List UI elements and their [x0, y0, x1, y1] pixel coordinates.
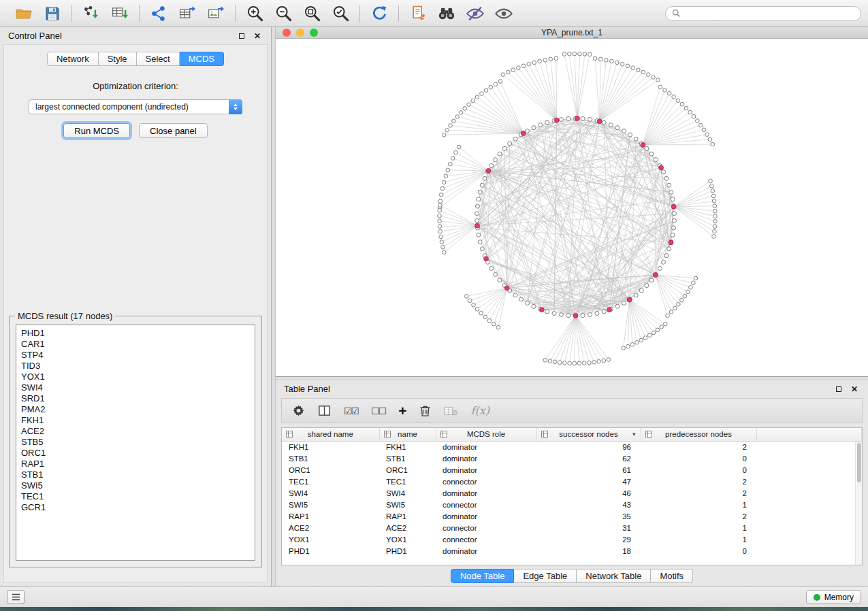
import-network-button[interactable]	[80, 3, 103, 24]
automation-panel-button[interactable]	[7, 590, 25, 604]
list-item[interactable]: STP4	[21, 350, 255, 361]
table-cell: dominator	[436, 488, 536, 499]
delete-table-button	[444, 406, 457, 416]
table-row[interactable]: ORC1ORC1dominator610	[282, 465, 862, 476]
list-item[interactable]: ORC1	[21, 448, 255, 459]
save-session-button[interactable]	[41, 3, 64, 24]
table-row[interactable]: STB1STB1dominator620	[282, 453, 862, 465]
table-cell: 29	[536, 534, 641, 546]
table-cell: 43	[536, 499, 641, 511]
select-all-columns-button[interactable]: ☑☑	[344, 406, 358, 416]
tab-motifs[interactable]: Motifs	[651, 569, 693, 583]
tab-node-table[interactable]: Node Table	[451, 569, 515, 583]
column-type-icon	[645, 431, 652, 437]
chevron-down-icon[interactable]: ▾	[632, 431, 636, 437]
zoom-out-button[interactable]	[272, 3, 295, 24]
tab-mcds[interactable]: MCDS	[180, 52, 224, 66]
column-header-successor-nodes[interactable]: successor nodes▾	[536, 428, 641, 441]
share-document-button[interactable]	[406, 3, 430, 24]
close-window-icon[interactable]	[283, 29, 291, 37]
control-panel-tabs: Network Style Select MCDS	[47, 52, 224, 66]
tab-network-table[interactable]: Network Table	[577, 569, 651, 583]
list-item[interactable]: TID3	[21, 361, 255, 371]
close-panel-icon[interactable]: ✕	[849, 384, 860, 394]
import-table-button[interactable]	[108, 3, 131, 24]
share-network-icon	[150, 5, 167, 22]
tab-network[interactable]: Network	[47, 52, 99, 66]
list-item[interactable]: FKH1	[21, 415, 255, 426]
table-panel: Table Panel ✕ ☑☑ ☐☐ +	[276, 380, 868, 587]
run-mcds-button[interactable]: Run MCDS	[63, 123, 130, 138]
network-titlebar: YPA_prune.txt_1	[276, 27, 868, 39]
table-cell: 0	[641, 453, 756, 465]
close-panel-icon[interactable]: ✕	[252, 31, 263, 41]
float-panel-icon[interactable]	[236, 33, 247, 39]
zoom-in-button[interactable]	[243, 3, 266, 24]
table-row[interactable]: SWI4SWI4dominator462	[282, 488, 862, 499]
export-image-button[interactable]	[204, 3, 227, 24]
unselect-all-columns-button[interactable]: ☐☐	[371, 406, 385, 416]
table-settings-button[interactable]	[292, 404, 305, 417]
close-panel-button[interactable]: Close panel	[139, 123, 208, 138]
list-item[interactable]: STB1	[21, 469, 255, 480]
minimize-window-icon[interactable]	[296, 29, 304, 37]
table-row[interactable]: TEC1TEC1connector472	[282, 476, 862, 488]
node-table[interactable]: shared name name MCDS role successor nod…	[281, 427, 863, 565]
table-scrollbar[interactable]	[855, 442, 862, 565]
list-item[interactable]: SRD1	[21, 393, 255, 404]
table-row[interactable]: FKH1FKH1dominator962	[282, 441, 862, 453]
table-cell: SWI4	[282, 488, 379, 499]
table-cell: connector	[436, 476, 536, 488]
table-row[interactable]: ACE2ACE2connector311	[282, 523, 862, 534]
toolbar-search[interactable]	[665, 6, 861, 21]
list-item[interactable]: SWI4	[21, 382, 255, 393]
table-cell: 46	[536, 488, 641, 499]
search-icon	[672, 9, 681, 18]
list-item[interactable]: GCR1	[21, 502, 255, 513]
scrollbar-thumb[interactable]	[857, 443, 861, 482]
refresh-layout-button[interactable]	[368, 3, 391, 24]
show-details-button[interactable]	[492, 3, 515, 24]
list-item[interactable]: TEC1	[21, 491, 255, 502]
tab-style[interactable]: Style	[99, 52, 137, 66]
table-row[interactable]: SWI5SWI5connector431	[282, 499, 862, 511]
column-header-shared-name[interactable]: shared name	[282, 428, 379, 441]
table-row[interactable]: PHD1PHD1dominator180	[282, 546, 862, 557]
mcds-result-group: MCDS result (17 nodes) PHD1CAR1STP4TID3Y…	[9, 316, 262, 567]
list-item[interactable]: PHD1	[21, 328, 255, 339]
list-item[interactable]: STB5	[21, 437, 255, 448]
zoom-selected-button[interactable]	[329, 3, 352, 24]
tab-edge-table[interactable]: Edge Table	[514, 569, 577, 583]
mcds-result-list[interactable]: PHD1CAR1STP4TID3YOX1SWI4SRD1PMA2FKH1ACE2…	[16, 325, 255, 561]
column-header-mcds-role[interactable]: MCDS role	[436, 428, 536, 441]
search-network-button[interactable]	[435, 3, 458, 24]
table-row[interactable]: YOX1YOX1connector291	[282, 534, 862, 546]
maximize-window-icon[interactable]	[310, 29, 318, 37]
save-icon	[44, 5, 61, 22]
list-item[interactable]: SWI5	[21, 480, 255, 491]
network-view[interactable]	[276, 39, 868, 376]
delete-column-button[interactable]	[419, 404, 431, 417]
list-item[interactable]: PMA2	[21, 404, 255, 415]
column-header-name[interactable]: name	[379, 428, 436, 441]
hide-details-button[interactable]	[464, 3, 487, 24]
table-row[interactable]: RAP1RAP1dominator352	[282, 511, 862, 523]
column-header-predecessor-nodes[interactable]: predecessor nodes	[641, 428, 756, 441]
list-item[interactable]: YOX1	[21, 371, 255, 382]
toolbar-separator	[359, 5, 360, 22]
criterion-select[interactable]: largest connected component (undirected)	[29, 99, 242, 114]
eye-icon	[494, 4, 513, 23]
search-input[interactable]	[685, 9, 854, 18]
show-columns-button[interactable]	[318, 404, 331, 417]
tab-select[interactable]: Select	[137, 52, 180, 66]
open-file-button[interactable]	[12, 3, 35, 24]
export-network-button[interactable]	[147, 3, 170, 24]
list-item[interactable]: ACE2	[21, 426, 255, 437]
memory-button[interactable]: Memory	[806, 590, 861, 604]
list-item[interactable]: CAR1	[21, 339, 255, 350]
export-table-button[interactable]	[176, 3, 199, 24]
list-item[interactable]: RAP1	[21, 459, 255, 469]
create-column-button[interactable]: +	[398, 405, 406, 417]
float-panel-icon[interactable]	[833, 386, 844, 392]
zoom-fit-button[interactable]	[300, 3, 323, 24]
